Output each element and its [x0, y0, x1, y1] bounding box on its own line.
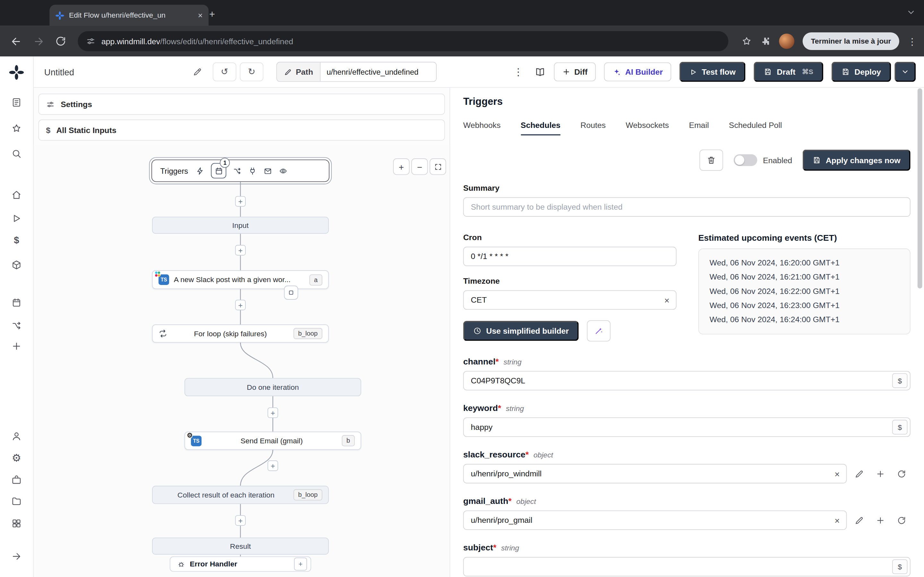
insert-step-button[interactable]: + — [235, 245, 246, 255]
profile-avatar[interactable] — [779, 34, 795, 49]
channel-input[interactable] — [463, 371, 911, 390]
deploy-dropdown-button[interactable] — [895, 62, 916, 82]
clear-resource-icon[interactable]: × — [835, 469, 840, 478]
browser-tab[interactable]: Edit Flow u/henri/effective_un × — [49, 5, 208, 26]
sidebar-add-plus-icon[interactable] — [11, 341, 22, 351]
insert-variable-button[interactable]: $ — [892, 559, 908, 574]
redo-button[interactable]: ↻ — [240, 63, 263, 81]
windmill-logo-icon[interactable] — [9, 65, 24, 80]
result-node[interactable]: Result — [152, 538, 329, 554]
clear-timezone-icon[interactable]: × — [664, 295, 669, 305]
insert-step-button[interactable]: + — [268, 460, 278, 471]
sidebar-settings-gear-icon[interactable]: ⚙ — [12, 452, 21, 464]
sidebar-variables-dollar-icon[interactable]: $ — [14, 235, 19, 245]
deploy-button[interactable]: Deploy — [832, 62, 891, 82]
tab-routes[interactable]: Routes — [580, 121, 606, 135]
apply-changes-button[interactable]: Apply changes now — [803, 150, 911, 171]
toolbar-kebab-icon[interactable]: ⋮ — [512, 66, 525, 78]
undo-button[interactable]: ↺ — [213, 63, 236, 81]
sidebar-user-icon[interactable] — [11, 431, 22, 442]
edit-name-pencil-icon[interactable] — [193, 67, 202, 76]
refresh-resource-button[interactable] — [893, 511, 911, 529]
ai-builder-button[interactable]: AI Builder — [604, 63, 671, 81]
sidebar-flows-route-icon[interactable] — [11, 320, 22, 331]
sidebar-home-icon[interactable] — [11, 189, 22, 200]
send-email-node[interactable]: TS ⚙ Send Email (gmail) b — [184, 432, 361, 450]
summary-input[interactable] — [463, 197, 911, 217]
insert-step-button[interactable]: + — [235, 196, 246, 207]
subject-input[interactable] — [463, 557, 911, 577]
tab-websockets[interactable]: Websockets — [626, 121, 669, 135]
email-trigger-icon[interactable] — [263, 166, 272, 175]
webhook-trigger-icon[interactable] — [196, 166, 205, 175]
edit-resource-pencil-button[interactable] — [850, 465, 868, 482]
tab-close-icon[interactable]: × — [198, 11, 203, 20]
add-resource-button[interactable] — [872, 511, 889, 529]
error-handler-node[interactable]: Error Handler + — [170, 556, 311, 572]
schedule-trigger-icon[interactable]: 1 — [211, 163, 226, 179]
edit-resource-pencil-button[interactable] — [850, 511, 868, 529]
tab-webhooks[interactable]: Webhooks — [463, 121, 501, 135]
new-tab-button[interactable]: + — [205, 8, 219, 22]
tab-email[interactable]: Email — [689, 121, 709, 135]
timezone-input[interactable] — [463, 290, 677, 310]
path-label-segment[interactable]: Path — [277, 63, 320, 81]
sidebar-search-icon[interactable] — [11, 148, 22, 159]
zoom-in-button[interactable]: + — [393, 158, 409, 175]
site-controls-icon[interactable] — [86, 37, 95, 46]
reload-icon[interactable] — [52, 32, 69, 50]
sidebar-favorites-star-icon[interactable] — [11, 123, 22, 134]
delete-schedule-button[interactable] — [699, 150, 723, 171]
back-icon[interactable] — [7, 32, 25, 50]
url-bar[interactable]: app.windmill.dev/flows/edit/u/henri/effe… — [78, 31, 728, 51]
keyword-input[interactable] — [463, 417, 911, 437]
enabled-toggle[interactable] — [733, 154, 757, 166]
collect-result-node[interactable]: Collect result of each iteration b_loop — [152, 486, 329, 504]
sidebar-notebook-icon[interactable] — [11, 97, 22, 108]
refresh-resource-button[interactable] — [893, 465, 911, 482]
fit-view-button[interactable] — [430, 158, 446, 175]
sidebar-folders-icon[interactable] — [11, 496, 22, 506]
insert-step-button[interactable]: + — [268, 408, 278, 418]
routes-trigger-icon[interactable] — [233, 166, 242, 175]
simplified-builder-button[interactable]: Use simplified builder — [463, 321, 579, 341]
forward-icon[interactable] — [29, 32, 47, 50]
websockets-trigger-icon[interactable] — [248, 166, 257, 175]
scheduled-poll-trigger-icon[interactable] — [279, 166, 288, 175]
triggers-node[interactable]: Triggers 1 — [152, 160, 330, 182]
clear-resource-icon[interactable]: × — [835, 516, 840, 525]
do-one-iteration-node[interactable]: Do one iteration — [184, 378, 361, 396]
browser-update-button[interactable]: Terminer la mise à jour — [803, 32, 899, 50]
insert-variable-button[interactable]: $ — [892, 420, 908, 435]
flow-name[interactable]: Untitled — [44, 67, 74, 77]
docs-book-icon[interactable] — [534, 66, 545, 77]
tab-list-chevron-icon[interactable] — [906, 8, 916, 17]
module-picker-button[interactable] — [284, 285, 298, 300]
slack-step-node[interactable]: TS A new Slack post with a given wor... … — [152, 270, 329, 289]
cron-input[interactable] — [463, 247, 677, 266]
sidebar-expand-arrow-icon[interactable] — [11, 551, 22, 562]
path-input[interactable] — [321, 63, 436, 81]
sidebar-runs-play-icon[interactable] — [11, 213, 22, 224]
insert-step-button[interactable]: + — [235, 300, 246, 310]
bookmark-star-icon[interactable] — [741, 36, 752, 47]
tab-schedules[interactable]: Schedules — [521, 121, 561, 135]
sidebar-schedules-calendar-icon[interactable] — [11, 298, 22, 308]
panel-scrollbar-thumb[interactable] — [918, 89, 922, 288]
tab-scheduled-poll[interactable]: Scheduled Poll — [729, 121, 782, 135]
sidebar-resources-box-icon[interactable] — [11, 259, 22, 270]
insert-step-button[interactable]: + — [235, 515, 246, 526]
all-static-inputs-bar[interactable]: $ All Static Inputs — [38, 119, 445, 141]
gmail-auth-input[interactable] — [463, 510, 847, 530]
diff-button[interactable]: Diff — [554, 63, 596, 81]
sidebar-apps-grid-icon[interactable] — [11, 518, 22, 529]
ai-cron-wand-button[interactable] — [587, 320, 611, 342]
flow-graph-canvas[interactable]: Triggers 1 — [34, 145, 450, 577]
slack-resource-input[interactable] — [463, 464, 847, 484]
draft-button[interactable]: Draft ⌘S — [754, 62, 823, 82]
input-node[interactable]: Input — [152, 217, 329, 234]
settings-bar[interactable]: Settings — [38, 93, 445, 115]
test-flow-button[interactable]: Test flow — [679, 62, 746, 82]
browser-menu-icon[interactable]: ⋮ — [908, 35, 917, 47]
add-error-handler-button[interactable]: + — [294, 558, 307, 570]
